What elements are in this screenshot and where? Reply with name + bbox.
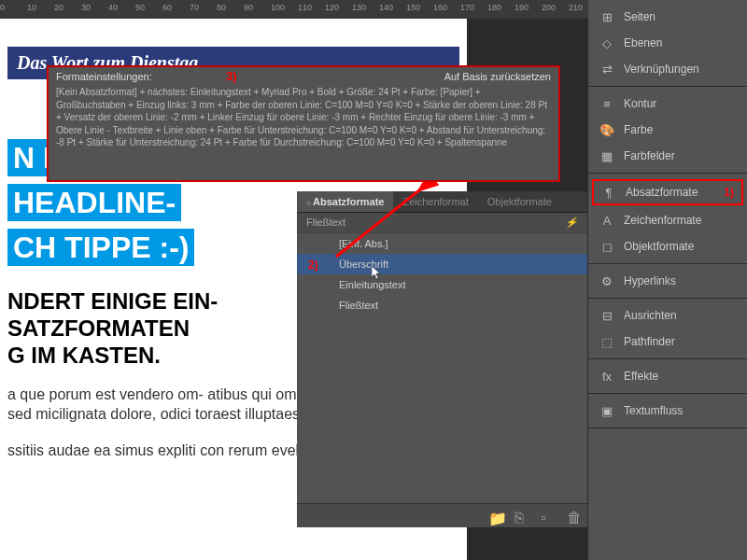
clip-icon[interactable]: ⎘ [514, 510, 528, 523]
tab-objektformate[interactable]: Objektformate [478, 191, 561, 212]
panel-item-label: Zeichenformate [624, 214, 701, 227]
hyperlinks-icon: ⚙ [599, 273, 614, 288]
ruler-mark: 90 [244, 3, 253, 12]
annotation-2: 2) [308, 259, 318, 272]
ruler-mark: 140 [379, 3, 393, 12]
panel-group: ▣Textumfluss [588, 394, 747, 428]
ruler-mark: 150 [406, 3, 420, 12]
panel-item-verknüpfungen[interactable]: ⇄Verknüpfungen [588, 56, 747, 82]
panel-item-ebenen[interactable]: ◇Ebenen [588, 30, 747, 56]
headline-line-3: CH TIPPE :-) [7, 229, 194, 266]
ruler-mark: 210 [569, 3, 583, 12]
panel-item-farbfelder[interactable]: ▦Farbfelder [588, 143, 747, 169]
panel-item-farbe[interactable]: 🎨Farbe [588, 117, 747, 143]
objektformate-icon: ◻ [599, 239, 614, 254]
tooltip-title: Formateinstellungen: [56, 71, 152, 82]
panel-item-textumfluss[interactable]: ▣Textumfluss [588, 398, 747, 424]
panel-item-label: Effekte [624, 370, 658, 383]
seiten-icon: ⊞ [599, 9, 614, 24]
tab-absatzformate[interactable]: Absatzformate [297, 191, 393, 212]
panel-item-absatzformate[interactable]: ¶Absatzformate1) [592, 179, 743, 205]
panel-item-label: Farbe [624, 123, 653, 136]
panel-item-label: Hyperlinks [624, 274, 676, 287]
panel-group: fxEffekte [588, 359, 747, 394]
panel-item-label: Pathfinder [624, 335, 675, 348]
panel-item-label: Ebenen [624, 36, 662, 49]
farbe-icon: 🎨 [599, 122, 614, 137]
style-item-label: Einleitungstext [339, 279, 406, 290]
ruler-mark: 100 [271, 3, 285, 12]
panel-item-label: Verknüpfungen [624, 63, 699, 76]
panel-group: ⚙Hyperlinks [588, 264, 747, 299]
ebenen-icon: ◇ [599, 35, 614, 50]
ruler-mark: 130 [352, 3, 366, 12]
ruler-mark: 160 [433, 3, 447, 12]
right-panel-dock: ⊞Seiten◇Ebenen⇄Verknüpfungen≡Kontur🎨Farb… [588, 0, 747, 560]
panel-item-objektformate[interactable]: ◻Objektformate [588, 233, 747, 259]
current-style-label: Fließtext [306, 217, 345, 229]
ruler-mark: 40 [108, 3, 118, 12]
panel-footer: 📁 ⎘ ▫ 🗑 [297, 503, 587, 527]
style-item[interactable]: 2)Überschrift [297, 254, 587, 274]
ausrichten-icon: ⊟ [599, 308, 614, 323]
ruler-mark: 30 [81, 3, 91, 12]
paragraph-styles-panel[interactable]: Absatzformate Zeichenformat Objektformat… [297, 191, 587, 527]
panel-item-label: Absatzformate [626, 186, 698, 199]
annotation-3: 3) [226, 69, 237, 83]
ruler-mark: 170 [460, 3, 474, 12]
horizontal-ruler: 0102030405060708090100110120130140150160… [0, 0, 588, 19]
pathfinder-icon: ⬚ [599, 334, 614, 349]
ruler-mark: 0 [0, 3, 5, 12]
panel-group: ⊟Ausrichten⬚Pathfinder [588, 299, 747, 359]
ruler-mark: 80 [217, 3, 226, 12]
style-list: [Einf. Abs.]2)ÜberschriftEinleitungstext… [297, 233, 587, 315]
ruler-mark: 110 [298, 3, 312, 12]
panel-item-pathfinder[interactable]: ⬚Pathfinder [588, 329, 747, 355]
ruler-mark: 10 [27, 3, 36, 12]
panel-item-label: Farbfelder [624, 149, 675, 162]
verknüpfungen-icon: ⇄ [599, 62, 614, 77]
panel-item-ausrichten[interactable]: ⊟Ausrichten [588, 302, 747, 329]
textumfluss-icon: ▣ [599, 403, 614, 418]
new-style-icon[interactable]: ▫ [541, 510, 554, 523]
panel-group: ¶Absatzformate1)AZeichenformate◻Objektfo… [588, 174, 747, 264]
panel-item-label: Kontur [624, 97, 656, 110]
panel-item-label: Textumfluss [624, 404, 683, 417]
reset-to-base-button[interactable]: Auf Basis zurücksetzen [444, 71, 551, 82]
panel-item-kontur[interactable]: ≡Kontur [588, 91, 747, 117]
panel-item-effekte[interactable]: fxEffekte [588, 363, 747, 389]
panel-item-label: Ausrichten [624, 309, 677, 322]
ruler-mark: 20 [54, 3, 63, 12]
style-item[interactable]: [Einf. Abs.] [297, 233, 587, 254]
style-item[interactable]: Fließtext [297, 295, 587, 315]
flash-icon[interactable]: ⚡ [565, 217, 578, 229]
ruler-mark: 50 [135, 3, 145, 12]
panel-tab-bar: Absatzformate Zeichenformat Objektformat… [297, 191, 587, 213]
annotation-1: 1) [724, 186, 734, 199]
kontur-icon: ≡ [599, 96, 614, 111]
ruler-mark: 120 [325, 3, 339, 12]
absatzformate-icon: ¶ [601, 185, 616, 200]
folder-icon[interactable]: 📁 [488, 510, 501, 523]
ruler-mark: 70 [190, 3, 199, 12]
style-item-label: Fließtext [339, 300, 378, 311]
style-item-label: [Einf. Abs.] [339, 238, 388, 249]
ruler-mark: 190 [514, 3, 529, 12]
panel-group: ≡Kontur🎨Farbe▦Farbfelder [588, 87, 747, 174]
panel-group: ⊞Seiten◇Ebenen⇄Verknüpfungen [588, 0, 747, 87]
ruler-mark: 60 [162, 3, 172, 12]
panel-item-label: Objektformate [624, 240, 694, 253]
panel-current-style: Fließtext ⚡ [297, 213, 587, 233]
headline-line-2: HEADLINE- [7, 184, 181, 221]
format-settings-tooltip: 3) Formateinstellungen: Auf Basis zurück… [47, 65, 560, 182]
panel-item-zeichenformate[interactable]: AZeichenformate [588, 207, 747, 233]
effekte-icon: fx [599, 369, 614, 384]
ruler-mark: 200 [542, 3, 556, 12]
tab-zeichenformat[interactable]: Zeichenformat [393, 191, 477, 212]
panel-item-seiten[interactable]: ⊞Seiten [588, 4, 747, 30]
panel-item-hyperlinks[interactable]: ⚙Hyperlinks [588, 268, 747, 294]
panel-item-label: Seiten [624, 10, 655, 23]
trash-icon[interactable]: 🗑 [567, 510, 580, 523]
style-item[interactable]: Einleitungstext [297, 274, 587, 295]
tooltip-content: [Kein Absatzformat] + nächstes: Einleitu… [56, 86, 551, 149]
